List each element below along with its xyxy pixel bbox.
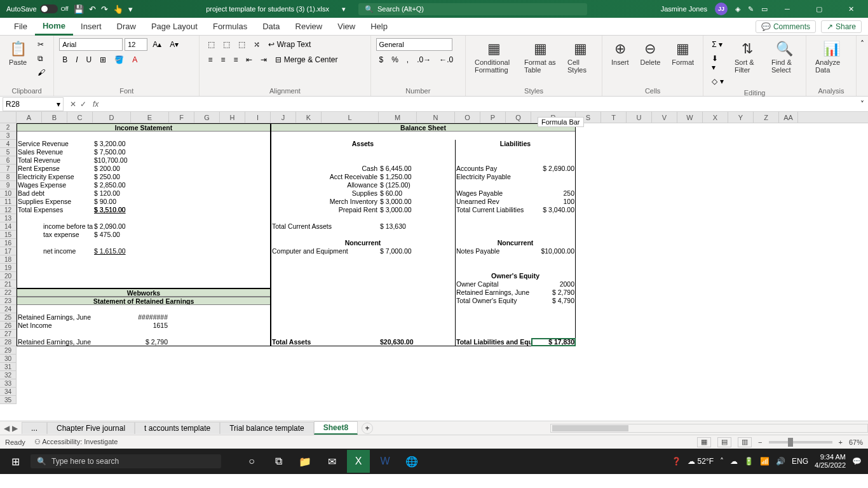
- cell[interactable]: $ 3,200.00: [93, 140, 169, 148]
- tab-review[interactable]: Review: [288, 18, 330, 36]
- col-header-D[interactable]: D: [93, 112, 131, 123]
- maximize-button[interactable]: ▢: [807, 0, 831, 18]
- cell[interactable]: Total Revenue: [17, 156, 93, 165]
- analyze-data-button[interactable]: 📊Analyze Data: [811, 38, 851, 76]
- share-button[interactable]: ↗ Share: [821, 20, 862, 33]
- battery-icon[interactable]: 🔋: [744, 457, 754, 466]
- cell[interactable]: Retained Earnings, June 30: [17, 338, 93, 346]
- normal-view-icon[interactable]: ▦: [697, 437, 711, 447]
- col-header-H[interactable]: H: [220, 112, 245, 123]
- page-break-view-icon[interactable]: ▥: [738, 437, 752, 447]
- tab-view[interactable]: View: [330, 18, 363, 36]
- search-box[interactable]: 🔍 Search (Alt+Q): [358, 3, 587, 15]
- cortana-icon[interactable]: ○: [240, 450, 263, 473]
- clock-tray[interactable]: 9:34 AM 4/25/2022: [815, 453, 846, 470]
- align-center-icon[interactable]: ≡: [217, 53, 228, 66]
- cell[interactable]: $ 2,790: [531, 288, 576, 297]
- row-header-13[interactable]: 13: [0, 214, 17, 222]
- underline-button[interactable]: U: [83, 53, 95, 66]
- tab-insert[interactable]: Insert: [73, 18, 109, 36]
- cell[interactable]: $ 2,850.00: [93, 181, 169, 189]
- cell[interactable]: $20,630.00: [379, 338, 455, 346]
- cell[interactable]: Total Current Liabilities: [455, 206, 531, 214]
- add-sheet-button[interactable]: +: [362, 423, 373, 434]
- row-header-9[interactable]: 9: [0, 181, 17, 189]
- cell[interactable]: Total Assets: [271, 338, 379, 346]
- cell[interactable]: $ (125.00): [379, 181, 455, 189]
- row-header-25[interactable]: 25: [0, 313, 17, 322]
- row-header-19[interactable]: 19: [0, 264, 17, 272]
- close-button[interactable]: ✕: [839, 0, 863, 18]
- col-header-Z[interactable]: Z: [754, 112, 779, 123]
- wrap-text-button[interactable]: ↩ Wrap Text: [265, 38, 314, 51]
- align-left-icon[interactable]: ≡: [205, 53, 215, 66]
- cut-icon[interactable]: ✂: [34, 38, 48, 51]
- zoom-out-icon[interactable]: −: [758, 438, 762, 446]
- row-header-21[interactable]: 21: [0, 280, 17, 288]
- cell[interactable]: Noncurrent: [455, 239, 576, 247]
- cell[interactable]: $ 3,000.00: [379, 206, 455, 214]
- cell[interactable]: Income Statement: [17, 123, 271, 132]
- user-name[interactable]: Jasmine Jones: [661, 5, 707, 13]
- increase-decimal-icon[interactable]: .0→: [414, 53, 434, 66]
- cell[interactable]: $ 90.00: [93, 198, 169, 206]
- col-header-X[interactable]: X: [703, 112, 728, 123]
- row-header-6[interactable]: 6: [0, 156, 17, 165]
- format-cells-button[interactable]: ▦Format: [668, 38, 698, 69]
- chevron-up-tray-icon[interactable]: ˄: [720, 457, 724, 466]
- cell[interactable]: $ 1,250.00: [379, 173, 455, 181]
- col-header-A[interactable]: A: [17, 112, 42, 123]
- cell[interactable]: Retained Earnings, June 1: [17, 313, 93, 322]
- row-header-11[interactable]: 11: [0, 198, 17, 206]
- accessibility-status[interactable]: ⚇ Accessibility: Investigate: [34, 438, 118, 446]
- redo-icon[interactable]: ↷: [101, 4, 108, 14]
- cell[interactable]: $ 60.00: [379, 189, 455, 198]
- merge-center-button[interactable]: ⊟ Merge & Center: [272, 53, 341, 66]
- row-header-15[interactable]: 15: [0, 231, 17, 239]
- tab-page-layout[interactable]: Page Layout: [144, 18, 205, 36]
- cell[interactable]: Total Current Assets: [271, 222, 379, 231]
- col-header-C[interactable]: C: [67, 112, 93, 123]
- language-tray[interactable]: ENG: [792, 457, 808, 466]
- cell[interactable]: Accounts Pay: [455, 165, 531, 173]
- qat-dropdown-icon[interactable]: ▾: [128, 4, 133, 14]
- row-header-35[interactable]: 35: [0, 396, 17, 404]
- cell[interactable]: [531, 173, 576, 181]
- col-header-O[interactable]: O: [455, 112, 480, 123]
- row-header-18[interactable]: 18: [0, 255, 17, 264]
- sheet-tab-0[interactable]: Chapter Five journal: [47, 422, 135, 434]
- cell[interactable]: tax expense: [42, 231, 93, 239]
- col-header-U[interactable]: U: [627, 112, 652, 123]
- cell[interactable]: Electricity Expense: [17, 173, 93, 181]
- cell[interactable]: [531, 181, 576, 189]
- col-header-J[interactable]: J: [271, 112, 296, 123]
- row-header-27[interactable]: 27: [0, 330, 17, 338]
- page-layout-view-icon[interactable]: ▤: [717, 437, 731, 447]
- cell[interactable]: $ 200.00: [93, 165, 169, 173]
- cell[interactable]: Rent Expense: [17, 165, 93, 173]
- ribbon-display-icon[interactable]: ▭: [761, 5, 768, 13]
- sheet-overflow[interactable]: ...: [22, 422, 47, 434]
- cell[interactable]: Service Revenue: [17, 140, 93, 148]
- row-header-14[interactable]: 14: [0, 222, 17, 231]
- col-header-G[interactable]: G: [194, 112, 220, 123]
- increase-indent-icon[interactable]: ⇥: [257, 53, 270, 66]
- cell[interactable]: Noncurrent: [271, 239, 455, 247]
- cell[interactable]: Acct Receivable: [271, 173, 379, 181]
- cell[interactable]: $ 7,500.00: [93, 148, 169, 156]
- row-header-2[interactable]: 2: [0, 123, 17, 132]
- collapse-ribbon-icon[interactable]: ˄: [860, 39, 864, 48]
- tab-help[interactable]: Help: [363, 18, 395, 36]
- sheet-tab-2[interactable]: Trial balance template: [220, 422, 314, 434]
- expand-formula-icon[interactable]: ˅: [857, 100, 868, 109]
- tab-draw[interactable]: Draw: [109, 18, 144, 36]
- cell[interactable]: income before taxes: [42, 222, 93, 231]
- col-header-N[interactable]: N: [417, 112, 455, 123]
- task-view-icon[interactable]: ⧉: [267, 450, 290, 473]
- cell[interactable]: $ 2,090.00: [93, 222, 169, 231]
- clear-icon[interactable]: ◇ ▾: [709, 75, 727, 88]
- cell[interactable]: $ 3,040.00: [531, 206, 576, 214]
- align-right-icon[interactable]: ≡: [230, 53, 241, 66]
- cell[interactable]: Owner's Equity: [455, 272, 576, 280]
- cell[interactable]: Total Liabilities and Equity: [455, 338, 531, 346]
